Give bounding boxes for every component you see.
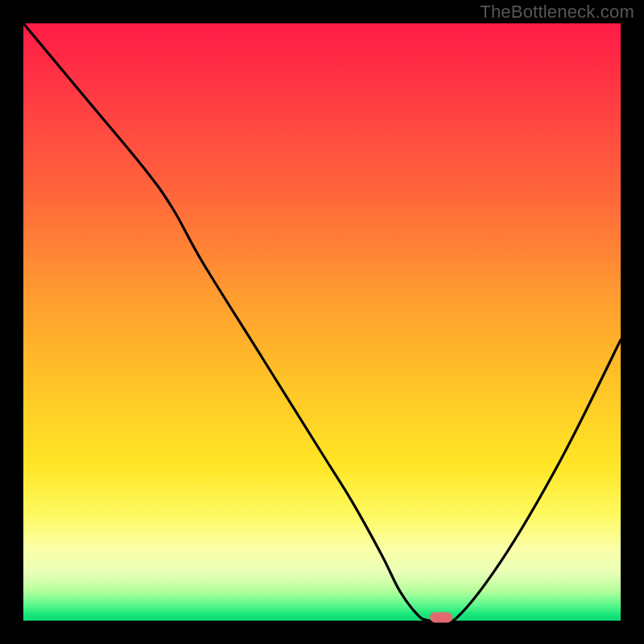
plot-area [23, 23, 621, 621]
optimal-point-marker [430, 613, 452, 623]
bottleneck-curve-path [23, 23, 621, 621]
watermark-text: TheBottleneck.com [480, 2, 634, 23]
chart-frame: TheBottleneck.com [0, 0, 644, 644]
bottleneck-curve-svg [23, 23, 621, 621]
